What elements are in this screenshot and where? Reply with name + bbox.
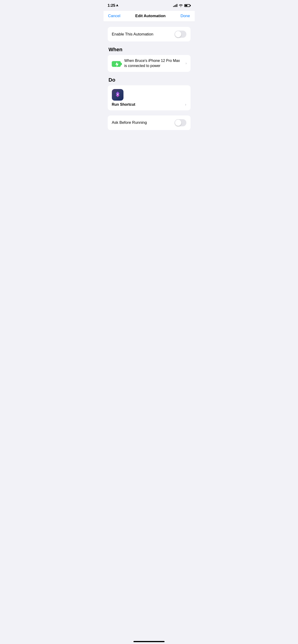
page-title: Edit Automation bbox=[135, 14, 166, 18]
signal-icon bbox=[173, 4, 177, 7]
navigation-bar: Cancel Edit Automation Done bbox=[104, 11, 195, 22]
done-button[interactable]: Done bbox=[181, 14, 190, 18]
battery-icon bbox=[184, 4, 190, 7]
enable-automation-card: Enable This Automation bbox=[108, 27, 191, 42]
shortcuts-logo bbox=[114, 91, 122, 99]
when-section-header: When bbox=[108, 46, 191, 52]
ask-before-running-row: Ask Before Running bbox=[108, 116, 191, 130]
shortcuts-app-icon bbox=[112, 89, 123, 100]
ask-toggle-thumb bbox=[175, 120, 181, 126]
when-chevron-icon: › bbox=[185, 61, 187, 65]
ask-before-running-toggle[interactable] bbox=[175, 119, 186, 126]
enable-automation-row: Enable This Automation bbox=[108, 27, 191, 42]
do-card: Run Shortcut › bbox=[108, 85, 191, 110]
svg-rect-2 bbox=[121, 63, 122, 65]
when-trigger-row[interactable]: When Bruce's iPhone 12 Pro Max is connec… bbox=[108, 55, 191, 72]
run-shortcut-row[interactable]: Run Shortcut › bbox=[108, 85, 191, 110]
status-icons bbox=[173, 4, 190, 7]
cancel-button[interactable]: Cancel bbox=[108, 14, 120, 18]
enable-automation-label: Enable This Automation bbox=[112, 32, 153, 37]
charging-icon bbox=[111, 60, 121, 66]
enable-automation-toggle[interactable] bbox=[175, 30, 186, 38]
main-content: Enable This Automation When bbox=[104, 22, 195, 140]
toggle-thumb bbox=[175, 31, 181, 37]
do-chevron-icon: › bbox=[185, 102, 186, 107]
wifi-icon bbox=[179, 4, 183, 7]
run-shortcut-label: Run Shortcut bbox=[112, 102, 135, 107]
when-card: When Bruce's iPhone 12 Pro Max is connec… bbox=[108, 55, 191, 72]
ask-before-running-card: Ask Before Running bbox=[108, 116, 191, 130]
when-trigger-text: When Bruce's iPhone 12 Pro Max is connec… bbox=[124, 58, 182, 68]
do-section-header: Do bbox=[108, 77, 191, 83]
status-bar: 1:25 bbox=[104, 0, 195, 11]
time-display: 1:25 bbox=[108, 3, 115, 8]
status-time: 1:25 bbox=[108, 3, 119, 8]
location-arrow-icon bbox=[116, 4, 118, 7]
ask-before-running-label: Ask Before Running bbox=[112, 120, 147, 125]
